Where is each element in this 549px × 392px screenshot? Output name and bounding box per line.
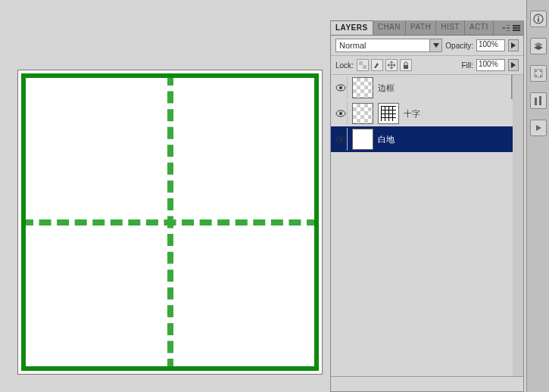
lock-brush-icon[interactable]	[371, 59, 383, 71]
lock-label: Lock:	[335, 61, 354, 70]
canvas-document[interactable]	[17, 70, 323, 375]
fill-label: Fill:	[461, 61, 473, 70]
visibility-eye-icon[interactable]	[334, 128, 348, 151]
svg-point-11	[339, 138, 342, 141]
fill-input[interactable]: 100%	[476, 59, 505, 71]
lock-transparent-icon[interactable]	[357, 59, 369, 71]
svg-point-17	[540, 70, 541, 72]
lock-move-icon[interactable]	[385, 59, 398, 71]
play-icon[interactable]	[530, 120, 547, 136]
svg-point-16	[535, 70, 537, 72]
visibility-eye-icon[interactable]	[334, 76, 348, 99]
info-icon[interactable]	[530, 11, 547, 27]
svg-rect-0	[513, 25, 520, 26]
svg-rect-3	[359, 61, 363, 65]
svg-rect-20	[535, 98, 537, 105]
tab-layers[interactable]: LAYERS	[331, 20, 373, 35]
tool-a-icon[interactable]	[530, 65, 547, 82]
layer-name-label[interactable]: 十字	[404, 108, 420, 120]
layers-list[interactable]: 边框十字白地	[331, 75, 523, 376]
layer-thumbnail[interactable]	[352, 129, 373, 150]
layer-thumbnail[interactable]	[352, 103, 373, 124]
layer-row[interactable]: 十字	[331, 101, 513, 126]
svg-point-13	[538, 16, 539, 17]
opacity-flyout-icon[interactable]	[508, 39, 519, 51]
tab-history[interactable]: HIST	[436, 20, 465, 35]
tab-actions[interactable]: ACTI	[465, 20, 494, 35]
collapse-icon[interactable]	[502, 25, 510, 31]
svg-rect-2	[513, 30, 520, 31]
tab-paths[interactable]: PATH	[406, 20, 436, 35]
svg-point-18	[535, 75, 537, 76]
chevron-down-icon[interactable]	[429, 39, 441, 51]
border-layer-visual	[21, 73, 319, 371]
svg-rect-4	[363, 65, 367, 69]
fill-flyout-icon[interactable]	[508, 59, 519, 71]
panel-menu-icon[interactable]	[513, 25, 520, 31]
layer-row[interactable]: 白地	[331, 126, 513, 152]
dock-bar	[526, 0, 549, 392]
panel-footer	[331, 376, 523, 391]
svg-rect-5	[404, 65, 408, 69]
panel-tab-strip: LAYERS CHAN PATH HIST ACTI	[331, 20, 523, 36]
layer-thumbnail[interactable]	[352, 77, 373, 98]
svg-rect-21	[539, 96, 541, 105]
blend-opacity-row: Normal Opacity: 100%	[331, 36, 523, 56]
blend-mode-select[interactable]: Normal	[335, 39, 442, 52]
layers-icon[interactable]	[530, 38, 547, 54]
layer-mask-thumbnail[interactable]	[378, 103, 399, 124]
svg-rect-1	[513, 27, 520, 29]
lock-all-icon[interactable]	[400, 59, 412, 71]
layer-name-label[interactable]: 白地	[378, 134, 395, 145]
layers-panel: LAYERS CHAN PATH HIST ACTI Normal Opacit…	[330, 20, 524, 392]
blend-mode-value: Normal	[339, 41, 366, 50]
opacity-label: Opacity:	[445, 42, 473, 50]
visibility-eye-icon[interactable]	[334, 102, 348, 125]
lock-fill-row: Lock: Fill: 100%	[331, 56, 523, 75]
tab-channels[interactable]: CHAN	[373, 20, 406, 35]
tool-b-icon[interactable]	[530, 92, 547, 109]
svg-point-19	[540, 75, 541, 76]
opacity-input[interactable]: 100%	[476, 39, 505, 51]
svg-point-9	[339, 112, 342, 115]
layer-row[interactable]: 边框	[331, 75, 513, 101]
svg-rect-14	[538, 18, 539, 22]
svg-point-7	[339, 86, 342, 89]
layer-name-label[interactable]: 边框	[378, 82, 395, 94]
